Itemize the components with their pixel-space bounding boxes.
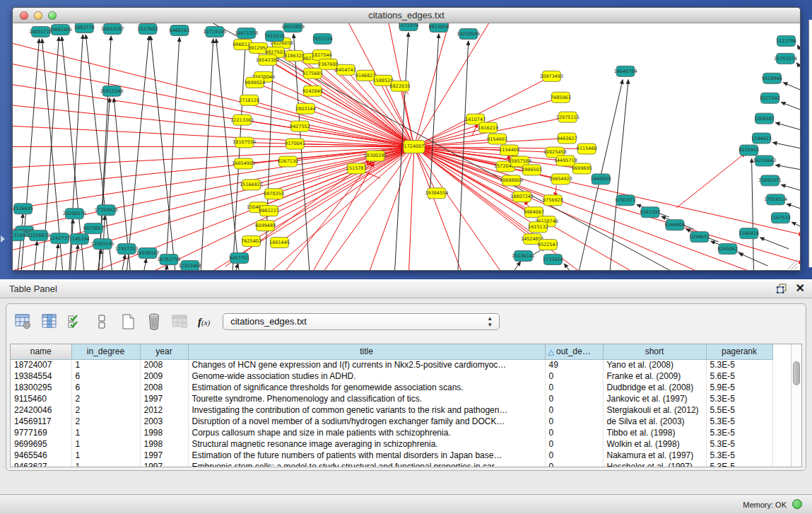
table-cell[interactable]: 0 <box>545 370 603 382</box>
table-cell[interactable]: 5.6E-5 <box>706 370 772 382</box>
network-table-select[interactable]: citations_edges.txt ▲▼ <box>223 313 500 330</box>
table-cell[interactable]: 0 <box>545 393 603 404</box>
table-cell[interactable]: 0 <box>545 438 603 450</box>
select-columns-icon[interactable] <box>40 313 59 331</box>
table-row[interactable]: 977716911998Corpus callosum shape and si… <box>11 427 772 438</box>
table-cell[interactable]: 5.3E-5 <box>706 438 772 450</box>
table-cell[interactable]: 1998 <box>140 427 188 438</box>
table-cell[interactable]: de Silva et al. (2003) <box>603 416 706 427</box>
table-cell[interactable]: 1997 <box>140 450 188 461</box>
column-header-short[interactable]: short <box>603 344 706 359</box>
table-row[interactable]: 1830029562008Estimation of significance … <box>11 382 772 393</box>
table-row[interactable]: 911546021997Tourette syndrome. Phenomeno… <box>11 393 772 404</box>
table-vertical-scrollbar[interactable] <box>791 344 801 467</box>
table-cell[interactable]: Dudbridge et al. (2008) <box>603 382 706 393</box>
column-header-pagerank[interactable]: pagerank <box>706 344 772 359</box>
table-row[interactable]: 969969511998Structural magnetic resonanc… <box>11 438 772 450</box>
table-cell[interactable]: Estimation of the future numbers of pati… <box>188 450 545 461</box>
table-row[interactable]: 1938455462009Genome-wide association stu… <box>11 370 772 382</box>
table-row[interactable]: 1872400712008Changes of HCN gene express… <box>11 359 772 370</box>
table-cell[interactable]: 5.3E-5 <box>706 393 772 404</box>
table-cell[interactable]: 6 <box>71 382 140 393</box>
table-cell[interactable]: 1 <box>71 427 140 438</box>
table-cell[interactable]: 5.5E-5 <box>706 404 772 416</box>
float-window-icon[interactable] <box>776 283 787 294</box>
table-cell[interactable]: 0 <box>545 427 603 438</box>
scrollbar-thumb[interactable] <box>793 361 800 385</box>
import-table-icon[interactable] <box>171 313 189 331</box>
new-column-icon[interactable] <box>119 313 137 331</box>
table-cell[interactable]: 1997 <box>140 393 188 404</box>
select-all-icon[interactable] <box>66 313 85 331</box>
table-cell[interactable]: 0 <box>545 461 603 467</box>
table-cell[interactable]: Tibbo et al. (1998) <box>603 427 706 438</box>
table-cell[interactable]: 2008 <box>140 359 188 370</box>
table-cell[interactable]: 14569117 <box>11 416 71 427</box>
table-cell[interactable]: 0 <box>545 450 603 461</box>
table-cell[interactable]: 1998 <box>140 438 188 450</box>
table-settings-icon[interactable] <box>14 313 33 331</box>
clear-selection-icon[interactable] <box>93 313 111 331</box>
table-row[interactable]: 946362711997Embryonic stem cells: a mode… <box>11 461 772 467</box>
column-header-year[interactable]: year <box>140 344 188 359</box>
table-cell[interactable]: 2009 <box>140 370 188 382</box>
table-cell[interactable]: Jankovic et al. (1997) <box>603 393 706 404</box>
table-cell[interactable]: 9699695 <box>11 438 71 450</box>
table-cell[interactable]: 1997 <box>140 461 188 467</box>
network-window-titlebar[interactable]: citations_edges.txt <box>13 8 800 23</box>
table-cell[interactable]: Genome-wide association studies in ADHD. <box>188 370 545 382</box>
table-cell[interactable]: 18300295 <box>11 382 71 393</box>
table-cell[interactable]: Corpus callosum shape and size in male p… <box>188 427 545 438</box>
table-cell[interactable]: Structural magnetic resonance image aver… <box>188 438 545 450</box>
citation-network-graph[interactable]: 9960124891295418226058982750316543382818… <box>13 23 801 271</box>
table-cell[interactable]: Investigating the contribution of common… <box>188 404 545 416</box>
table-row[interactable]: 2242004622012Investigating the contribut… <box>11 404 772 416</box>
table-cell[interactable]: 0 <box>545 416 603 427</box>
table-cell[interactable]: 9115460 <box>11 393 71 404</box>
table-cell[interactable]: 1 <box>71 438 140 450</box>
table-cell[interactable]: 18724007 <box>11 359 71 370</box>
table-cell[interactable]: Changes of HCN gene expression and I(f) … <box>188 359 545 370</box>
table-cell[interactable]: 22420046 <box>11 404 71 416</box>
table-cell[interactable]: Disruption of a novel member of a sodium… <box>188 416 545 427</box>
column-header-title[interactable]: title <box>188 344 545 359</box>
panel-collapse-arrow-icon[interactable] <box>1 235 5 243</box>
table-cell[interactable]: Nakamura et al. (1997) <box>603 450 706 461</box>
table-cell[interactable]: Stergiakouli et al. (2012) <box>603 404 706 416</box>
network-canvas[interactable]: 9960124891295418226058982750316543382818… <box>13 23 800 271</box>
column-header-in_degree[interactable]: in_degree <box>71 344 140 359</box>
table-cell[interactable]: 19384554 <box>11 370 71 382</box>
table-cell[interactable]: 1 <box>71 359 140 370</box>
table-cell[interactable]: 5.3E-5 <box>706 359 772 370</box>
table-cell[interactable]: 0 <box>545 382 603 393</box>
table-cell[interactable]: Wolkin et al. (1998) <box>603 438 706 450</box>
table-cell[interactable]: 1 <box>71 450 140 461</box>
table-cell[interactable]: Tourette syndrome. Phenomenology and cla… <box>188 393 545 404</box>
table-cell[interactable]: 6 <box>71 370 140 382</box>
table-cell[interactable]: 9463627 <box>11 461 71 467</box>
table-cell[interactable]: Franke et al. (2009) <box>603 370 706 382</box>
column-header-name[interactable]: name <box>11 344 71 359</box>
table-cell[interactable]: 5.3E-5 <box>706 427 772 438</box>
table-row[interactable]: 946554611997Estimation of the future num… <box>11 450 772 461</box>
table-cell[interactable]: Estimation of significance thresholds fo… <box>188 382 545 393</box>
table-cell[interactable]: 9465546 <box>11 450 71 461</box>
table-cell[interactable]: 2 <box>71 393 140 404</box>
table-cell[interactable]: 2 <box>71 404 140 416</box>
table-cell[interactable]: 5.3E-5 <box>706 416 772 427</box>
table-cell[interactable]: 5.9E-5 <box>706 382 772 393</box>
table-cell[interactable]: 2003 <box>140 416 188 427</box>
table-cell[interactable]: 5.3E-5 <box>706 450 772 461</box>
table-cell[interactable]: 2 <box>71 416 140 427</box>
network-view-window[interactable]: citations_edges.txt 99601248912954182260… <box>12 7 801 271</box>
table-cell[interactable]: 9777169 <box>11 427 71 438</box>
table-cell[interactable]: Yano et al. (2008) <box>603 359 706 370</box>
column-header-out_de[interactable]: △ out_de… <box>545 344 603 359</box>
table-cell[interactable]: 2008 <box>140 382 188 393</box>
table-cell[interactable]: 5.3E-5 <box>706 461 772 467</box>
function-builder-icon[interactable]: f(x) <box>198 316 210 328</box>
table-cell[interactable]: 2012 <box>140 404 188 416</box>
table-cell[interactable]: Hescheler et al. (1997) <box>603 461 706 467</box>
delete-column-icon[interactable] <box>145 313 163 331</box>
table-cell[interactable]: Embryonic stem cells: a model to study s… <box>188 461 545 467</box>
